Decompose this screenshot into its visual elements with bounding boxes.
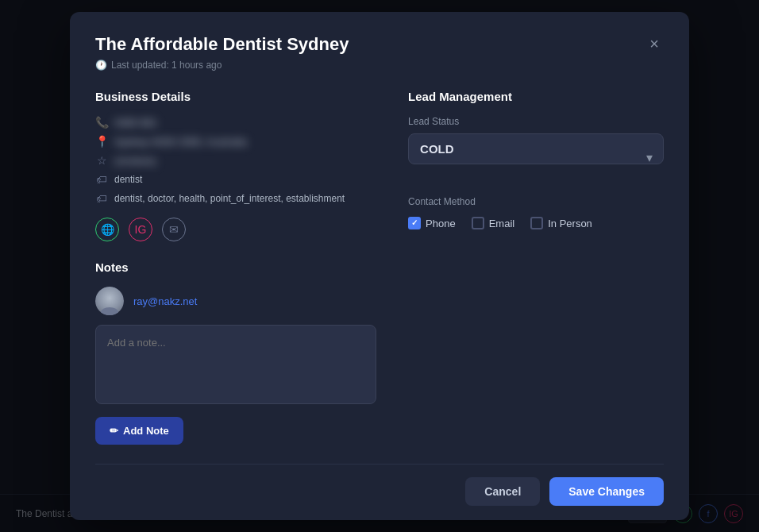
modal-body: Business Details 📞 0480 881 📍 Sydney NSW… — [95, 90, 664, 445]
mail-social-button[interactable]: ✉ — [162, 218, 186, 241]
modal-backdrop: The Affordable Dentist Sydney × 🕐 Last u… — [0, 0, 759, 532]
reviews-row: ☆ (reviews) — [95, 154, 376, 167]
phone-checkbox[interactable]: ✓ — [408, 217, 421, 229]
left-column: Business Details 📞 0480 881 📍 Sydney NSW… — [95, 90, 376, 445]
instagram-social-button[interactable]: IG — [129, 218, 152, 241]
user-email: ray@nakz.net — [133, 295, 197, 307]
avatar-image — [95, 287, 124, 315]
modal-title: The Affordable Dentist Sydney — [95, 34, 349, 55]
phone-value: 0480 881 — [114, 117, 157, 129]
tag1-value: dentist — [114, 174, 142, 185]
last-updated: 🕐 Last updated: 1 hours ago — [95, 60, 664, 71]
social-icons: 🌐 IG ✉ — [95, 218, 376, 241]
reviews-value: (reviews) — [114, 155, 156, 167]
tags-row: 🏷 dentist, doctor, health, point_of_inte… — [95, 192, 376, 205]
business-details-title: Business Details — [95, 90, 376, 103]
address-row: 📍 Sydney NSW 2000, Australia — [95, 135, 376, 148]
star-icon: ☆ — [95, 154, 108, 167]
lead-status-wrapper: COLD WARM HOT CLOSED — [408, 133, 664, 180]
clock-icon: 🕐 — [95, 60, 107, 71]
modal-dialog: The Affordable Dentist Sydney × 🕐 Last u… — [70, 12, 689, 520]
in-person-checkbox-item[interactable]: In Person — [530, 217, 592, 229]
lead-status-label: Lead Status — [408, 116, 664, 127]
phone-row: 📞 0480 881 — [95, 116, 376, 129]
email-checkbox-label: Email — [489, 218, 515, 229]
location-icon: 📍 — [95, 135, 108, 148]
right-column: Lead Management Lead Status COLD WARM HO… — [408, 90, 664, 445]
lead-management-title: Lead Management — [408, 90, 664, 103]
close-button[interactable]: × — [645, 34, 664, 53]
address-value: Sydney NSW 2000, Australia — [114, 136, 247, 148]
phone-check-mark: ✓ — [411, 219, 418, 227]
tags-icon: 🏷 — [95, 192, 108, 205]
tags-value: dentist, doctor, health, point_of_intere… — [114, 193, 345, 204]
contact-method-label: Contact Method — [408, 196, 664, 207]
cancel-button[interactable]: Cancel — [465, 477, 540, 506]
email-checkbox[interactable] — [472, 217, 484, 229]
lead-status-select[interactable]: COLD WARM HOT CLOSED — [408, 133, 664, 164]
email-checkbox-item[interactable]: Email — [472, 217, 515, 229]
in-person-checkbox[interactable] — [530, 217, 543, 229]
avatar — [95, 287, 124, 315]
phone-checkbox-label: Phone — [426, 218, 456, 229]
tag1-row: 🏷 dentist — [95, 173, 376, 186]
modal-footer: Cancel Save Changes — [95, 464, 664, 506]
globe-social-button[interactable]: 🌐 — [95, 218, 119, 241]
notes-header: ray@nakz.net — [95, 287, 376, 315]
save-changes-button[interactable]: Save Changes — [549, 477, 664, 506]
contact-checkboxes: ✓ Phone Email In Person — [408, 217, 664, 229]
phone-icon: 📞 — [95, 116, 108, 129]
in-person-checkbox-label: In Person — [548, 218, 592, 229]
pencil-icon: ✏ — [110, 425, 118, 437]
notes-textarea[interactable] — [95, 325, 376, 404]
notes-title: Notes — [95, 260, 376, 274]
phone-checkbox-item[interactable]: ✓ Phone — [408, 217, 456, 229]
avatar-body — [101, 307, 118, 315]
add-note-button[interactable]: ✏ Add Note — [95, 417, 183, 445]
modal-header: The Affordable Dentist Sydney × — [95, 34, 664, 55]
notes-section: Notes ray@nakz.net ✏ Add Note — [95, 260, 376, 445]
tag1-icon: 🏷 — [95, 173, 108, 186]
